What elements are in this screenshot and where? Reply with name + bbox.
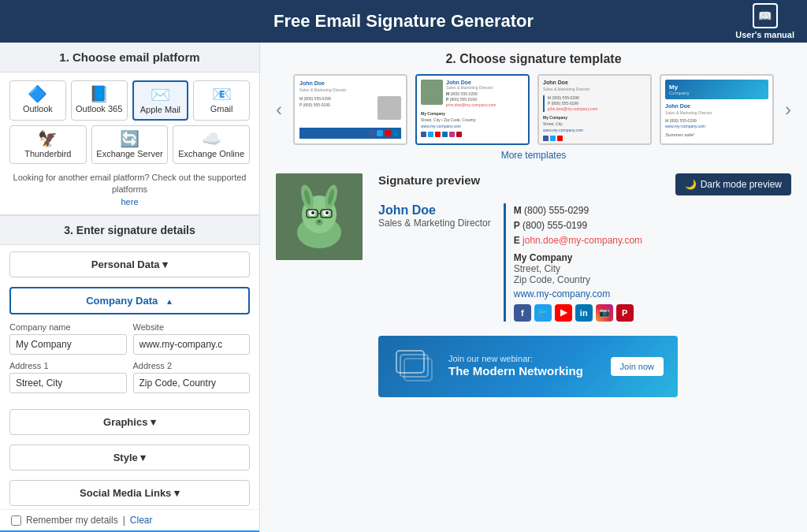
exchangeonline-label: Exchange Online	[178, 149, 244, 158]
template-thumbs: John Doe Sales & Marketing Director M (8…	[293, 74, 774, 145]
outlook-label: Outlook	[23, 104, 53, 113]
style-accordion[interactable]: Style ▾	[9, 445, 250, 471]
remember-label: Remember my details	[26, 515, 118, 526]
platform-exchangeonline[interactable]: ☁️ Exchange Online	[173, 125, 250, 164]
address2-input[interactable]	[133, 373, 251, 393]
address2-group: Address 2	[133, 361, 251, 393]
banner-text: Join our new webinar: The Modern Network…	[448, 354, 598, 379]
social-facebook[interactable]: f	[514, 304, 531, 322]
outlook365-label: Outlook 365	[76, 104, 122, 113]
social-youtube[interactable]: ▶	[555, 304, 572, 322]
template-thumb-3[interactable]: John Doe Sales & Marketing Director M (8…	[537, 74, 652, 145]
more-templates-link[interactable]: More templates	[276, 150, 791, 161]
main-layout: 1. Choose email platform 🔷 Outlook 📘 Out…	[0, 43, 807, 532]
platform-note-link[interactable]: here	[121, 197, 138, 206]
email-value[interactable]: john.doe@my-company.com	[523, 235, 642, 246]
mobile-label: M	[514, 205, 522, 216]
manual-label: User's manual	[735, 30, 794, 39]
personal-data-accordion[interactable]: Personal Data ▾	[9, 251, 250, 277]
divider-pipe: |	[123, 515, 125, 526]
website-label: Website	[133, 322, 251, 332]
carousel-prev[interactable]: ‹	[271, 99, 287, 121]
website-input[interactable]	[133, 334, 251, 355]
template-section-title: 2. Choose signature template	[276, 52, 791, 66]
exchangeonline-icon: ☁️	[202, 131, 221, 147]
phone-label: P	[514, 220, 520, 231]
right-panel: 2. Choose signature template ‹ John Doe …	[260, 43, 807, 532]
accordion-up-arrow: ▲	[165, 297, 173, 306]
sig-content: John Doe Sales & Marketing Director M (8…	[378, 203, 791, 328]
sig-contact: M (800) 555-0299 P (800) 555-0199 E john…	[504, 203, 642, 322]
address2-label: Address 2	[133, 361, 251, 370]
platform-exchange[interactable]: 🔄 Exchange Server	[91, 125, 169, 164]
website-group: Website	[133, 322, 251, 355]
phone-value: (800) 555-0199	[523, 220, 587, 231]
social-media-accordion[interactable]: Social Media Links ▾	[9, 480, 250, 506]
company-name-input[interactable]	[9, 334, 127, 355]
preview-header: Signature preview 🌙 Dark mode preview	[378, 173, 791, 195]
svg-point-9	[311, 211, 314, 214]
address-row: Address 1 Address 2	[9, 361, 250, 393]
preview-photo	[276, 173, 363, 260]
page-title: Free Email Signature Generator	[273, 11, 534, 32]
template-carousel: ‹ John Doe Sales & Marketing Director M …	[276, 74, 791, 145]
preview-title: Signature preview	[378, 173, 480, 187]
company-website-row: Company name Website	[9, 322, 250, 355]
social-pinterest[interactable]: P	[616, 304, 634, 322]
company-name-label: Company name	[9, 322, 127, 332]
social-linkedin[interactable]: in	[575, 304, 593, 322]
template-thumb-1[interactable]: John Doe Sales & Marketing Director M (8…	[293, 74, 407, 145]
social-instagram[interactable]: 📷	[596, 304, 613, 322]
platform-outlook[interactable]: 🔷 Outlook	[9, 80, 66, 121]
banner-title: The Modern Networking	[448, 363, 598, 379]
address1-input[interactable]	[9, 373, 127, 393]
manual-icon: 📖	[753, 3, 778, 28]
sig-info-col: John Doe Sales & Marketing Director	[378, 203, 491, 328]
sig-email-line: E john.doe@my-company.com	[514, 233, 642, 248]
graphics-accordion[interactable]: Graphics ▾	[9, 409, 250, 435]
platform-section-title: 1. Choose email platform	[0, 43, 259, 73]
template-section: 2. Choose signature template ‹ John Doe …	[260, 43, 807, 161]
social-twitter[interactable]: 🐦	[534, 304, 552, 322]
exchange-label: Exchange Server	[96, 149, 162, 158]
template-thumb-2[interactable]: John Doe Sales & Marketing Director M (8…	[415, 74, 530, 145]
svg-point-10	[325, 211, 329, 214]
gmail-label: Gmail	[210, 104, 233, 113]
platform-grid-row2: 🦅 Thunderbird 🔄 Exchange Server ☁️ Excha…	[0, 125, 259, 169]
remember-checkbox[interactable]	[11, 515, 21, 526]
platform-note: Looking for another email platform? Chec…	[0, 169, 259, 214]
banner-join-button[interactable]: Join now	[611, 357, 664, 376]
preview-photo-col	[276, 173, 363, 260]
email-label: E	[514, 235, 520, 246]
carousel-next[interactable]: ›	[780, 99, 796, 121]
outlook365-icon: 📘	[89, 86, 109, 102]
remember-row: Remember my details | Clear	[0, 509, 259, 530]
platform-thunderbird[interactable]: 🦅 Thunderbird	[9, 125, 87, 164]
sig-name: John Doe	[378, 203, 491, 218]
moon-icon: 🌙	[685, 179, 697, 190]
dark-mode-button[interactable]: 🌙 Dark mode preview	[675, 173, 791, 195]
enter-details-title: 3. Enter signature details	[0, 215, 259, 245]
platform-applemail[interactable]: ✉️ Apple Mail	[132, 80, 189, 121]
user-manual-link[interactable]: 📖 User's manual	[735, 3, 794, 39]
company-data-fields: Company name Website Address 1 Address 2	[0, 318, 259, 403]
exchange-icon: 🔄	[120, 131, 139, 147]
platform-outlook365[interactable]: 📘 Outlook 365	[71, 80, 128, 121]
thunderbird-label: Thunderbird	[24, 149, 71, 158]
clear-link[interactable]: Clear	[130, 515, 153, 526]
thunderbird-icon: 🦅	[38, 131, 58, 147]
company-data-accordion[interactable]: Company Data ▲	[9, 287, 250, 314]
sig-zip: Zip Code, Country	[514, 274, 642, 285]
outlook-icon: 🔷	[28, 86, 47, 102]
applemail-icon: ✉️	[151, 87, 170, 102]
sig-street: Street, City	[514, 263, 642, 274]
template-thumb-4[interactable]: My Company John Doe Sales & Marketing Di…	[660, 74, 774, 145]
company-name-group: Company name	[9, 322, 127, 355]
left-panel: 1. Choose email platform 🔷 Outlook 📘 Out…	[0, 43, 260, 532]
sig-social: f 🐦 ▶ in 📷 P	[514, 304, 642, 322]
sig-phone-line: P (800) 555-0199	[514, 218, 642, 233]
platform-grid-row1: 🔷 Outlook 📘 Outlook 365 ✉️ Apple Mail 📧 …	[0, 73, 259, 125]
sig-website[interactable]: www.my-company.com	[514, 288, 642, 299]
page-header: Free Email Signature Generator 📖 User's …	[0, 0, 807, 43]
platform-gmail[interactable]: 📧 Gmail	[193, 80, 250, 121]
